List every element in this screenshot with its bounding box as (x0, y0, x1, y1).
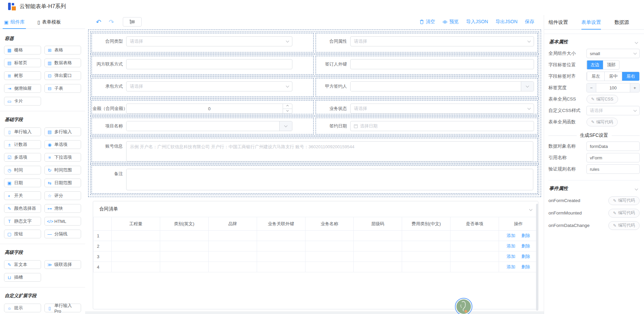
widget-button[interactable]: ± 计数器 (4, 140, 41, 149)
edit-code-button[interactable]: ✎ 编写代码 (608, 196, 640, 205)
field-widget-project-name[interactable]: 项目名称 (92, 118, 314, 134)
undo-icon[interactable]: ↶ (96, 19, 101, 25)
settings-tab[interactable]: 数据源 (614, 15, 629, 29)
widget-button[interactable]: ☆ 评分 (44, 191, 81, 200)
sidebar-tab[interactable]: ▯ 表单模板 (36, 15, 62, 29)
widget-button[interactable]: ✎ 颜色选择器 (4, 204, 41, 213)
decrease-button[interactable]: − (587, 83, 596, 92)
table-cell[interactable] (208, 262, 257, 272)
widget-button[interactable]: ▭ 卡片 (4, 97, 41, 106)
field-widget-signer-foreign-key[interactable]: 签订人外键 (316, 56, 538, 75)
widget-button[interactable]: ≣ 树形 (4, 71, 41, 80)
row-add-link[interactable]: 添加 (507, 264, 515, 269)
account-info-textarea[interactable]: 示例 开户名：广州汇软信息科技有限公司 开户行：中国工商银行广州建设六马路支行 … (126, 141, 533, 161)
widget-button[interactable]: ☼ 提示 (4, 304, 41, 312)
event-props-section-header[interactable]: 事件属性 (549, 186, 639, 192)
widget-button[interactable]: ◷ 时间 (4, 166, 41, 174)
export-json-button[interactable]: 导出JSON (496, 19, 517, 25)
widget-button[interactable]: ⇥ 侧滑抽屉 (4, 84, 41, 93)
label-position-option[interactable]: 顶部 (603, 61, 619, 69)
label-align-option[interactable]: 居右 (622, 72, 639, 81)
field-widget-contract-attr[interactable]: 合同属性 请选择 (316, 33, 538, 52)
label-position-option[interactable]: 左边 (587, 61, 603, 69)
table-cell[interactable] (305, 262, 354, 272)
table-cell[interactable] (451, 241, 499, 251)
field-widget-party-c-contact[interactable]: 丙方联系方式 (92, 56, 314, 75)
widget-button[interactable]: ▥ 数据表格 (44, 58, 81, 67)
widget-button[interactable]: ⊶ 滑块 (44, 204, 81, 213)
contracting-method-select[interactable]: 请选择 (126, 81, 292, 91)
table-cell[interactable] (402, 231, 451, 241)
clear-button[interactable]: 清空 (420, 19, 435, 25)
party-c-contact-input[interactable] (130, 60, 289, 69)
field-widget-contract-type[interactable]: 合同类型 请选择 (92, 33, 314, 52)
edit-css-button[interactable]: ✎ 编写CSS (586, 95, 618, 104)
table-cell[interactable] (112, 231, 160, 241)
edit-code-button[interactable]: ✎ 编写代码 (608, 221, 640, 230)
table-cell[interactable] (402, 262, 451, 272)
sidebar-tab[interactable]: ▣ 组件库 (3, 15, 26, 29)
table-cell[interactable] (208, 251, 257, 262)
table-cell[interactable] (257, 231, 305, 241)
row-delete-link[interactable]: 删除 (522, 264, 530, 269)
widget-button[interactable]: ▯ 单行输入 (4, 127, 41, 136)
row-delete-link[interactable]: 删除 (522, 243, 530, 248)
widget-button[interactable]: ≡ 下拉选项 (44, 153, 81, 162)
row-add-link[interactable]: 添加 (507, 254, 515, 259)
widget-button[interactable]: ◉ 单选项 (44, 140, 81, 149)
widget-button[interactable]: T 静态文字 (4, 217, 41, 226)
row-delete-link[interactable]: 删除 (522, 254, 530, 259)
basic-props-section-header[interactable]: 基本属性 (549, 39, 639, 45)
floating-avatar-button[interactable] (455, 298, 472, 314)
subtable-header[interactable]: 合同清单 (93, 201, 538, 217)
data-object-name-input[interactable] (586, 142, 640, 151)
table-cell[interactable] (402, 251, 451, 262)
save-button[interactable]: 保存 (525, 19, 534, 25)
sign-date-picker[interactable]: 选择日期 (350, 121, 534, 131)
table-cell[interactable] (160, 262, 208, 272)
widget-button[interactable]: ✎ 富文本 (4, 260, 41, 269)
project-name-input[interactable] (130, 121, 276, 131)
label-width-value[interactable]: 100 (596, 83, 630, 92)
global-size-select[interactable]: small (586, 49, 640, 58)
table-cell[interactable] (208, 241, 257, 251)
field-widget-remark[interactable]: 备注 (92, 165, 538, 194)
widget-button[interactable]: ≫ 级联选择 (44, 260, 81, 269)
table-cell[interactable] (354, 262, 402, 272)
field-widget-account-info[interactable]: 账号信息 示例 开户名：广州汇软信息科技有限公司 开户行：中国工商银行广州建设六… (92, 138, 538, 162)
contract-type-select[interactable]: 请选择 (126, 36, 292, 46)
table-cell[interactable] (354, 251, 402, 262)
signer-foreign-key-input[interactable] (354, 60, 530, 69)
field-widget-sign-date[interactable]: 签约日期 选择日期 (316, 118, 538, 134)
widget-button[interactable]: </> HTML (44, 217, 81, 226)
table-cell[interactable] (112, 251, 160, 262)
dropdown-trigger-button[interactable] (279, 121, 292, 131)
field-widget-amount[interactable]: 金额（合同金额） 0 (92, 100, 314, 114)
canvas-scrollbar-thumb[interactable] (536, 204, 538, 311)
settings-tab[interactable]: 组件设置 (548, 15, 568, 29)
widget-button[interactable]: ⊟ 子表 (44, 84, 81, 93)
redo-icon[interactable]: ↷ (109, 19, 114, 25)
ref-name-input[interactable] (586, 153, 640, 162)
edit-code-button[interactable]: ✎ 编写代码 (608, 209, 640, 218)
preview-button[interactable]: 预览 (442, 19, 459, 25)
business-status-select[interactable]: 请选择 (350, 104, 534, 114)
edit-code-button[interactable]: ✎ 编写代码 (586, 118, 618, 126)
table-cell[interactable] (257, 241, 305, 251)
field-widget-contracting-method[interactable]: 承包方式 请选择 (92, 78, 314, 97)
party-a-signer-input[interactable] (354, 82, 517, 91)
label-align-option[interactable]: 居左 (587, 72, 604, 81)
table-cell[interactable] (354, 231, 402, 241)
label-align-option[interactable]: 居中 (604, 72, 622, 81)
table-cell[interactable] (451, 262, 499, 272)
widget-button[interactable]: ☑ 多选项 (4, 153, 41, 162)
import-json-button[interactable]: 导入JSON (466, 19, 488, 25)
table-cell[interactable] (451, 251, 499, 262)
table-cell[interactable] (451, 231, 499, 241)
dropdown-trigger-button[interactable] (521, 82, 534, 91)
widget-button[interactable]: ▤ 标签页 (4, 58, 41, 67)
table-cell[interactable] (112, 241, 160, 251)
table-cell[interactable] (402, 241, 451, 251)
increase-button[interactable]: + (630, 83, 639, 92)
widget-button[interactable]: ▣ 日期 (4, 179, 41, 187)
